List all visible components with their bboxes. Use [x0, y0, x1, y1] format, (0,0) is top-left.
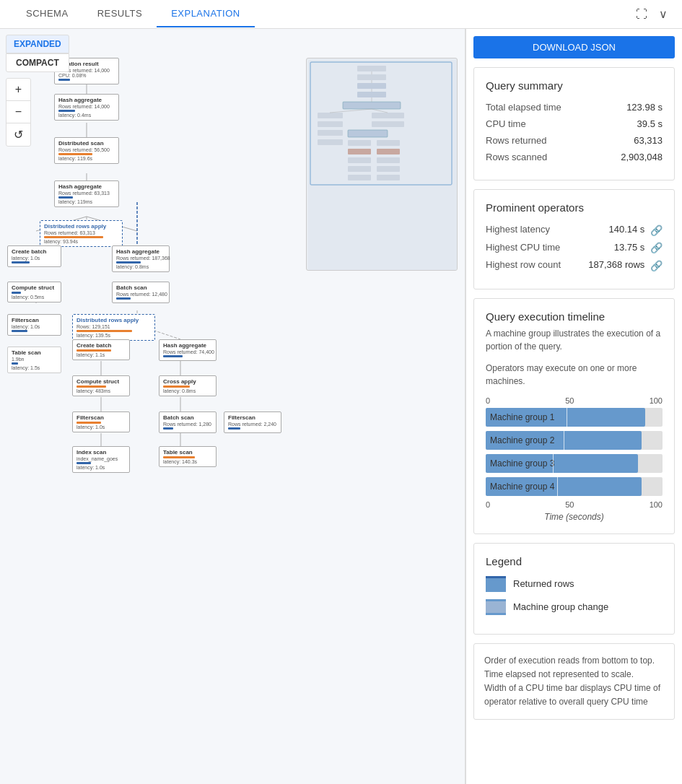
bar-fill-1: Machine group 1: [486, 408, 645, 427]
notes-line-3: Width of a CPU time bar displays CPU tim…: [484, 681, 664, 709]
stat-value-highest-latency: 140.14 s 🔗: [609, 224, 663, 236]
svg-rect-32: [318, 139, 343, 145]
tab-schema[interactable]: SCHEMA: [12, 1, 83, 27]
zoom-out-button[interactable]: −: [6, 101, 30, 123]
legend-machine-icon: [486, 599, 506, 615]
legend-returned-label: Returned rows: [513, 578, 574, 589]
main-layout: EXPANDED COMPACT + − ↺: [0, 29, 682, 784]
svg-rect-23: [357, 83, 386, 89]
stat-row-rows-scanned: Rows scanned 2,903,048: [486, 152, 663, 162]
svg-rect-42: [377, 175, 400, 180]
svg-rect-26: [318, 113, 343, 118]
stat-value-elapsed: 123.98 s: [626, 102, 663, 113]
node-hash-aggregate-1: Hash aggregate Rows returned: 14,000 lat…: [54, 94, 119, 121]
stat-value-highest-cpu: 13.75 s 🔗: [614, 242, 663, 254]
node-create-batch-1: Create batch latency: 1.0s: [7, 245, 61, 267]
legend-title: Legend: [486, 555, 663, 567]
tab-explanation[interactable]: EXPLANATION: [157, 1, 255, 27]
stat-label-cpu: CPU time: [486, 118, 526, 129]
bar-row-2: Machine group 2: [486, 431, 663, 450]
svg-rect-25: [343, 102, 401, 109]
node-batch-scan-2: Batch scan Rows returned: 1,280: [159, 411, 217, 433]
stat-row-cpu: CPU time 39.5 s: [486, 118, 663, 129]
node-table-scan-2: Table scan latency: 140.3s: [159, 446, 217, 467]
node-filterscan-3: Filterscan Rows returned: 2,240: [224, 411, 281, 433]
node-hash-aggregate-3: Hash aggregate Rows returned: 187,368 la…: [112, 245, 170, 272]
svg-rect-33: [348, 140, 371, 146]
timeline-title: Query execution timeline: [486, 310, 663, 323]
stat-label-elapsed: Total elapsed time: [486, 102, 561, 113]
notes-card: Order of execution reads from bottom to …: [473, 643, 675, 720]
bar-tick-2: [564, 431, 564, 450]
bar-label-1: Machine group 1: [490, 412, 554, 422]
svg-rect-21: [357, 66, 386, 71]
view-buttons: EXPANDED COMPACT: [6, 35, 69, 72]
stat-row-highest-latency: Highest latency 140.14 s 🔗: [486, 224, 663, 236]
axis-label-50: 50: [565, 396, 574, 405]
bottom-axis-0: 0: [486, 500, 490, 509]
query-summary-title: Query summary: [486, 79, 663, 92]
node-index-scan: Index scan index_name_goes latency: 1.0s: [72, 446, 130, 473]
bar-row-4: Machine group 4: [486, 477, 663, 496]
axis-label-0: 0: [486, 396, 490, 405]
svg-rect-31: [348, 130, 388, 137]
tab-results[interactable]: RESULTS: [83, 1, 157, 27]
query-summary-card: Query summary Total elapsed time 123.98 …: [473, 67, 675, 180]
svg-rect-22: [357, 74, 386, 80]
node-cross-apply: Cross apply latency: 0.8ms: [159, 375, 217, 396]
bar-fill-2: Machine group 2: [486, 431, 642, 450]
svg-rect-24: [357, 92, 386, 97]
svg-rect-28: [318, 121, 343, 127]
link-icon-latency[interactable]: 🔗: [650, 225, 663, 236]
node-create-batch-2: Create batch latency: 1.1s: [72, 339, 130, 360]
timeline-card: Query execution timeline A machine group…: [473, 298, 675, 534]
expand-icon[interactable]: ∨: [656, 4, 670, 24]
compact-button[interactable]: COMPACT: [6, 53, 69, 72]
bar-tick-4: [557, 477, 558, 496]
stat-label-rows-scanned: Rows scanned: [486, 152, 547, 162]
prominent-operators-card: Prominent operators Highest latency 140.…: [473, 189, 675, 289]
svg-rect-27: [372, 113, 404, 118]
bottom-axis-labels: 0 50 100: [486, 500, 663, 509]
stat-value-highest-row-count: 187,368 rows 🔗: [588, 259, 663, 271]
svg-rect-38: [377, 157, 400, 163]
expanded-button[interactable]: EXPANDED: [6, 35, 69, 53]
bar-label-3: Machine group 3: [490, 458, 554, 469]
zoom-reset-button[interactable]: ↺: [6, 123, 30, 146]
bar-row-3: Machine group 3: [486, 454, 663, 473]
node-filterscan-1: Filterscan latency: 1.0s: [7, 314, 61, 336]
link-icon-cpu[interactable]: 🔗: [650, 242, 663, 253]
notes-line-2: Time elapsed not represented to scale.: [484, 668, 664, 681]
stat-label-rows-returned: Rows returned: [486, 135, 547, 146]
svg-rect-29: [372, 121, 404, 127]
svg-rect-41: [348, 175, 371, 180]
link-icon-row-count[interactable]: 🔗: [650, 260, 663, 271]
svg-rect-30: [318, 130, 343, 136]
svg-rect-34: [377, 140, 400, 146]
timeline-desc-2: Operators may execute on one or more mac…: [486, 362, 663, 388]
svg-rect-35: [348, 149, 371, 154]
stat-label-highest-row-count: Highest row count: [486, 259, 561, 271]
tabs-container: SCHEMA RESULTS EXPLANATION: [12, 1, 255, 27]
tabs-right-actions: ⛶ ∨: [633, 4, 670, 24]
stat-row-highest-row-count: Highest row count 187,368 rows 🔗: [486, 259, 663, 271]
node-table-scan-1: Table scan 1.9bn latency: 1.5s: [7, 347, 61, 373]
stat-row-elapsed: Total elapsed time 123.98 s: [486, 102, 663, 113]
left-panel: EXPANDED COMPACT + − ↺: [0, 29, 465, 784]
node-compute-struct-1: Compute struct latency: 0.5ms: [7, 282, 61, 302]
node-distributed-rows-apply-2: Distributed rows apply Rows: 129,151 lat…: [72, 314, 155, 341]
right-panel: DOWNLOAD JSON Query summary Total elapse…: [465, 29, 682, 784]
zoom-in-button[interactable]: +: [6, 79, 30, 101]
stat-label-highest-cpu: Highest CPU time: [486, 242, 560, 254]
bar-label-4: Machine group 4: [490, 482, 554, 492]
legend-item-returned: Returned rows: [486, 576, 663, 592]
node-batch-scan-1: Batch scan Rows returned: 12,480: [112, 282, 170, 303]
fullscreen-icon[interactable]: ⛶: [633, 5, 650, 24]
bar-fill-4: Machine group 4: [486, 477, 642, 496]
bar-container-1: Machine group 1: [486, 408, 663, 427]
download-json-button[interactable]: DOWNLOAD JSON: [473, 36, 675, 58]
bar-container-2: Machine group 2: [486, 431, 663, 450]
bar-tick-3: [553, 454, 554, 473]
bar-container-3: Machine group 3: [486, 454, 663, 473]
notes-line-1: Order of execution reads from bottom to …: [484, 654, 664, 668]
